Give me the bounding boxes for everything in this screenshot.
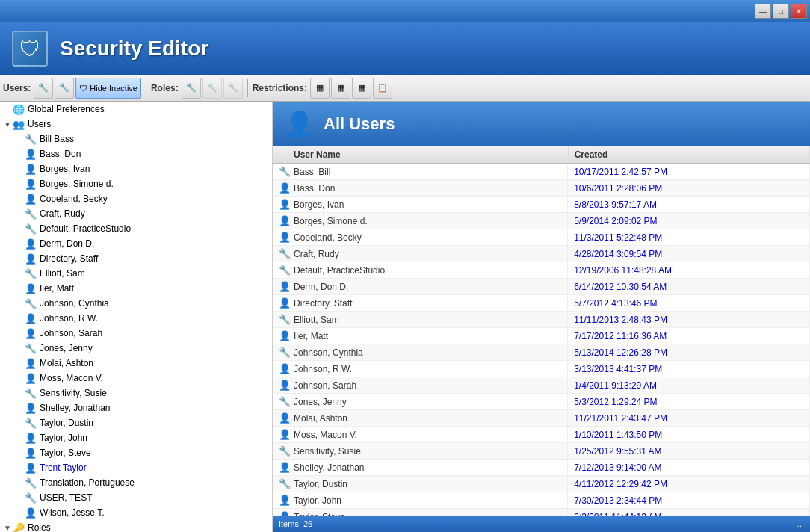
app-logo: 🛡 xyxy=(12,31,48,66)
sidebar-item-jones-jenny[interactable]: 🔧 Jones, Jenny xyxy=(12,341,272,356)
sidebar-item-bass-don[interactable]: 👤 Bass, Don xyxy=(12,146,272,161)
created-date-cell: 8/8/2013 9:57:17 AM xyxy=(568,197,809,213)
remove-role-button[interactable]: 🔧 xyxy=(223,78,243,99)
table-row[interactable]: 👤 Derm, Don D. 6/14/2012 10:30:54 AM xyxy=(273,279,810,295)
remove-user-button[interactable]: 🔧 xyxy=(55,78,74,99)
sidebar-item-bill-bass[interactable]: 🔧 Bill Bass xyxy=(12,132,272,146)
table-row[interactable]: 👤 Taylor, John 7/30/2013 2:34:44 PM xyxy=(273,492,810,509)
table-row[interactable]: 👤 Johnson, Sarah 1/4/2011 9:13:29 AM xyxy=(273,377,810,394)
users-table-container[interactable]: User Name Created 🔧 Bass, Bill 10/17/201… xyxy=(273,146,810,516)
sidebar-item-molai-ashton[interactable]: 👤 Molai, Ashton xyxy=(12,356,272,371)
minimize-button[interactable]: — xyxy=(755,4,771,19)
sidebar-item-user-test[interactable]: 🔧 USER, TEST xyxy=(12,490,272,505)
sidebar-item-derm-don[interactable]: 👤 Derm, Don D. xyxy=(12,236,272,251)
add-role-button[interactable]: 🔧 xyxy=(182,78,201,99)
sidebar-item-sensitivity-susie[interactable]: 🔧 Sensitivity, Susie xyxy=(12,386,272,400)
table-row[interactable]: 👤 Moss, Macon V. 1/10/2011 1:43:50 PM xyxy=(273,427,810,443)
created-date-cell: 7/12/2013 9:14:00 AM xyxy=(568,460,809,476)
close-button[interactable]: ✕ xyxy=(791,4,807,19)
table-row[interactable]: 🔧 Jones, Jenny 5/3/2012 1:29:24 PM xyxy=(273,394,810,410)
user-icon: 👤 xyxy=(24,282,37,295)
table-row[interactable]: 🔧 Default, PracticeStudio 12/19/2006 11:… xyxy=(273,262,810,279)
restriction-btn-2[interactable]: ▦ xyxy=(331,78,350,99)
table-row[interactable]: 🔧 Taylor, Dustin 4/11/2012 12:29:42 PM xyxy=(273,476,810,492)
table-row[interactable]: 👤 Iler, Matt 7/17/2012 11:16:36 AM xyxy=(273,328,810,344)
wilson-jesse-label: Wilson, Jesse T. xyxy=(40,507,104,518)
user-admin-icon: 🔧 xyxy=(24,416,37,430)
sidebar-item-craft-rudy[interactable]: 🔧 Craft, Rudy xyxy=(12,206,272,221)
row-icon: 🔧 xyxy=(279,314,291,325)
sidebar-item-taylor-dustin[interactable]: 🔧 Taylor, Dustin xyxy=(12,415,272,430)
restrictions-toolbar-section: ▦ ▦ ▦ 📋 xyxy=(310,78,392,99)
sidebar-item-global-prefs[interactable]: 🌐 Global Preferences xyxy=(0,102,272,117)
restriction-btn-4[interactable]: 📋 xyxy=(373,78,392,99)
restriction-btn-3[interactable]: ▦ xyxy=(352,78,371,99)
user-name-cell: 👤 Taylor, Steve xyxy=(273,509,568,516)
sidebar-item-shelley-jonathan[interactable]: 👤 Shelley, Jonathan xyxy=(12,400,272,415)
created-date-cell: 5/13/2014 12:26:28 PM xyxy=(568,344,809,361)
table-row[interactable]: 👤 Molai, Ashton 11/21/2011 2:43:47 PM xyxy=(273,410,810,427)
sidebar-item-trent-taylor[interactable]: 👤 Trent Taylor xyxy=(12,460,272,475)
sidebar-item-taylor-john[interactable]: 👤 Taylor, John xyxy=(12,430,272,445)
title-bar-buttons: — □ ✕ xyxy=(755,4,807,19)
table-row[interactable]: 👤 Johnson, R W. 3/13/2013 4:41:37 PM xyxy=(273,361,810,377)
sidebar-item-elliott-sam[interactable]: 🔧 Elliott, Sam xyxy=(12,266,272,281)
table-row[interactable]: 🔧 Craft, Rudy 4/28/2014 3:09:54 PM xyxy=(273,246,810,262)
user-name-cell: 👤 Directory, Staff xyxy=(273,295,568,311)
expand-icon xyxy=(3,105,12,114)
roles-expand-icon[interactable]: ▼ xyxy=(3,524,12,532)
remove-user-icon: 🔧 xyxy=(59,83,69,93)
sidebar-item-translation-port[interactable]: 🔧 Translation, Portuguese xyxy=(12,475,272,490)
hide-inactive-button[interactable]: 🛡 Hide Inactive xyxy=(75,78,141,99)
restriction-btn-1[interactable]: ▦ xyxy=(310,78,330,99)
table-row[interactable]: 🔧 Bass, Bill 10/17/2011 2:42:57 PM xyxy=(273,164,810,180)
created-date-cell: 4/28/2014 3:09:54 PM xyxy=(568,246,809,262)
user-admin-icon: 🔧 xyxy=(24,132,37,146)
sidebar[interactable]: 🌐 Global Preferences ▼ 👥 Users 🔧 Bill Ba… xyxy=(0,102,273,532)
sidebar-item-directory-staff[interactable]: 👤 Directory, Staff xyxy=(12,251,272,266)
table-row[interactable]: 👤 Borges, Simone d. 5/9/2014 2:09:02 PM xyxy=(273,213,810,229)
user-admin-icon: 🔧 xyxy=(24,222,37,235)
sidebar-item-borges-ivan[interactable]: 👤 Borges, Ivan xyxy=(12,161,272,176)
row-icon: 👤 xyxy=(279,330,291,341)
sidebar-item-johnson-sarah[interactable]: 👤 Johnson, Sarah xyxy=(12,326,272,341)
table-row[interactable]: 🔧 Elliott, Sam 11/11/2013 2:48:43 PM xyxy=(273,312,810,328)
user-admin-icon: 🔧 xyxy=(24,386,37,400)
user-name-cell: 👤 Iler, Matt xyxy=(273,328,568,344)
table-row[interactable]: 👤 Taylor, Steve 3/2/2011 11:44:13 AM xyxy=(273,509,810,516)
craft-rudy-label: Craft, Rudy xyxy=(40,208,85,219)
sidebar-item-default-ps[interactable]: 🔧 Default, PracticeStudio xyxy=(12,221,272,236)
table-row[interactable]: 🔧 Sensitivity, Susie 1/25/2012 9:55:31 A… xyxy=(273,443,810,460)
restrictions-label: Restrictions: xyxy=(253,83,307,93)
sidebar-item-iler-matt[interactable]: 👤 Iler, Matt xyxy=(12,281,272,296)
sidebar-item-moss-macon[interactable]: 👤 Moss, Macon V. xyxy=(12,371,272,386)
sidebar-item-wilson-jesse[interactable]: 👤 Wilson, Jesse T. xyxy=(12,505,272,520)
sidebar-item-borges-simone[interactable]: 👤 Borges, Simone d. xyxy=(12,176,272,191)
table-row[interactable]: 👤 Borges, Ivan 8/8/2013 9:57:17 AM xyxy=(273,197,810,213)
shelley-jonathan-label: Shelley, Jonathan xyxy=(40,403,111,413)
table-row[interactable]: 👤 Shelley, Jonathan 7/12/2013 9:14:00 AM xyxy=(273,460,810,476)
sidebar-item-roles[interactable]: ▼ 🔑 Roles xyxy=(0,520,272,532)
table-row[interactable]: 👤 Bass, Don 10/6/2011 2:28:06 PM xyxy=(273,180,810,197)
maximize-button[interactable]: □ xyxy=(773,4,789,19)
add-user-button[interactable]: 🔧 xyxy=(34,78,53,99)
created-date-cell: 12/19/2006 11:48:28 AM xyxy=(568,262,809,279)
toolbar: Users: 🔧 🔧 🛡 Hide Inactive Roles: 🔧 🔧 🔧 … xyxy=(0,75,810,102)
user-icon: 👤 xyxy=(24,252,37,265)
table-row[interactable]: 👤 Directory, Staff 5/7/2012 4:13:46 PM xyxy=(273,295,810,312)
table-row[interactable]: 👤 Copeland, Becky 11/3/2011 5:22:48 PM xyxy=(273,229,810,246)
globe-icon: 🌐 xyxy=(12,102,25,116)
created-date-cell: 10/6/2011 2:28:06 PM xyxy=(568,180,809,197)
users-expand-icon[interactable]: ▼ xyxy=(3,120,12,129)
user-name-cell: 🔧 Jones, Jenny xyxy=(273,394,568,409)
sidebar-item-taylor-steve[interactable]: 👤 Taylor, Steve xyxy=(12,445,272,460)
user-name-cell: 👤 Shelley, Jonathan xyxy=(273,460,568,475)
sidebar-item-users[interactable]: ▼ 👥 Users xyxy=(0,117,272,132)
sidebar-item-johnson-cynthia[interactable]: 🔧 Johnson, Cynthia xyxy=(12,296,272,311)
sidebar-item-copeland-becky[interactable]: 👤 Copeland, Becky xyxy=(12,191,272,206)
restriction-3-icon: ▦ xyxy=(358,83,365,93)
table-row[interactable]: 🔧 Johnson, Cynthia 5/13/2014 12:26:28 PM xyxy=(273,344,810,361)
row-icon: 👤 xyxy=(279,495,291,506)
sidebar-item-johnson-rw[interactable]: 👤 Johnson, R W. xyxy=(12,311,272,326)
edit-role-button[interactable]: 🔧 xyxy=(202,78,222,99)
